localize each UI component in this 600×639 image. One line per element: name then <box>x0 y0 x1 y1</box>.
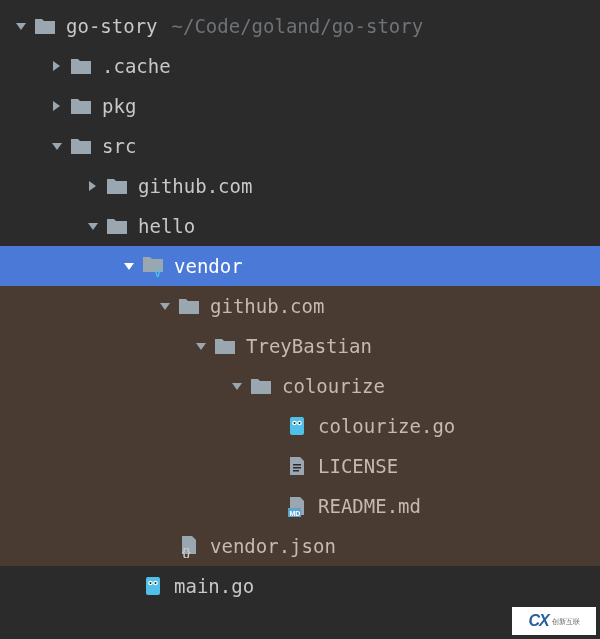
tree-label: github.com <box>138 175 252 197</box>
chevron-down-icon[interactable] <box>194 339 208 353</box>
tree-label: .cache <box>102 55 171 77</box>
folder-icon <box>70 95 92 117</box>
folder-vendor-icon <box>142 255 164 277</box>
tree-label: github.com <box>210 295 324 317</box>
chevron-down-icon[interactable] <box>158 299 172 313</box>
text-file-icon <box>286 455 308 477</box>
tree-row-cache[interactable]: .cache <box>0 46 600 86</box>
json-file-icon <box>178 535 200 557</box>
tree-row-treybastian[interactable]: TreyBastian <box>0 326 600 366</box>
folder-icon <box>34 15 56 37</box>
watermark: CX 创新互联 <box>512 607 596 635</box>
folder-icon <box>214 335 236 357</box>
chevron-down-icon[interactable] <box>86 219 100 233</box>
tree-row-colourize[interactable]: colourize <box>0 366 600 406</box>
tree-row-readme[interactable]: README.md <box>0 486 600 526</box>
chevron-right-icon[interactable] <box>86 179 100 193</box>
folder-icon <box>178 295 200 317</box>
tree-label: src <box>102 135 136 157</box>
tree-row-pkg[interactable]: pkg <box>0 86 600 126</box>
project-path-hint: ~/Code/goland/go-story <box>172 15 424 37</box>
tree-row-vendor-json[interactable]: vendor.json <box>0 526 600 566</box>
markdown-file-icon <box>286 495 308 517</box>
tree-label: vendor.json <box>210 535 336 557</box>
tree-label: colourize.go <box>318 415 455 437</box>
tree-label: go-story <box>66 15 158 37</box>
tree-label: TreyBastian <box>246 335 372 357</box>
tree-row-github-inner[interactable]: github.com <box>0 286 600 326</box>
chevron-down-icon[interactable] <box>50 139 64 153</box>
chevron-down-icon[interactable] <box>230 379 244 393</box>
folder-icon <box>106 215 128 237</box>
tree-row-vendor[interactable]: vendor <box>0 246 600 286</box>
watermark-logo: CX <box>528 612 548 630</box>
project-tree: go-story ~/Code/goland/go-story .cache p… <box>0 0 600 606</box>
tree-label: colourize <box>282 375 385 397</box>
tree-row-github-outer[interactable]: github.com <box>0 166 600 206</box>
tree-label: hello <box>138 215 195 237</box>
chevron-right-icon[interactable] <box>50 99 64 113</box>
folder-icon <box>70 55 92 77</box>
go-file-icon <box>142 575 164 597</box>
tree-row-license[interactable]: LICENSE <box>0 446 600 486</box>
tree-label: pkg <box>102 95 136 117</box>
chevron-down-icon[interactable] <box>122 259 136 273</box>
tree-label: main.go <box>174 575 254 597</box>
tree-row-src[interactable]: src <box>0 126 600 166</box>
chevron-down-icon[interactable] <box>14 19 28 33</box>
folder-icon <box>250 375 272 397</box>
chevron-right-icon[interactable] <box>50 59 64 73</box>
tree-label: vendor <box>174 255 243 277</box>
tree-label: README.md <box>318 495 421 517</box>
tree-row-hello[interactable]: hello <box>0 206 600 246</box>
go-file-icon <box>286 415 308 437</box>
tree-row-root[interactable]: go-story ~/Code/goland/go-story <box>0 6 600 46</box>
tree-label: LICENSE <box>318 455 398 477</box>
folder-icon <box>70 135 92 157</box>
folder-icon <box>106 175 128 197</box>
tree-row-main-go[interactable]: main.go <box>0 566 600 606</box>
watermark-text: 创新互联 <box>552 618 580 625</box>
tree-row-colourize-go[interactable]: colourize.go <box>0 406 600 446</box>
